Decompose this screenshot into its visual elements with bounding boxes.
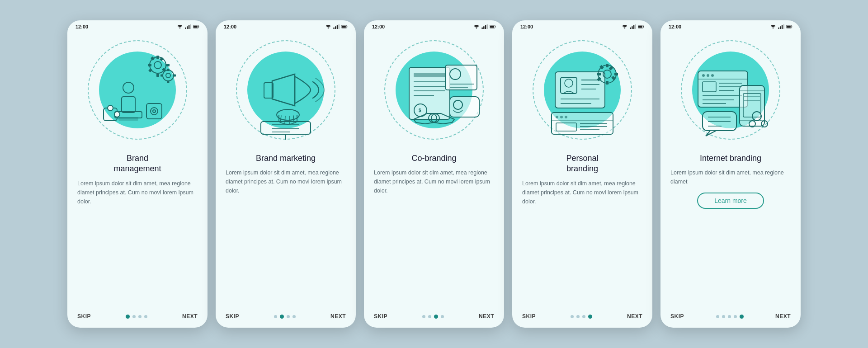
svg-rect-34	[337, 25, 338, 29]
signal-icon-3	[481, 24, 488, 29]
svg-rect-104	[787, 26, 791, 28]
illustration-area-5	[660, 31, 801, 149]
internet-branding-illustration	[681, 40, 780, 140]
illustration-area-3: $	[364, 31, 504, 149]
dot-2-0	[274, 315, 277, 318]
phones-container: 12:00	[67, 20, 801, 328]
skip-btn-4[interactable]: SKIP	[522, 313, 536, 320]
svg-rect-47	[485, 25, 486, 29]
screen-title-3: Co-branding	[374, 153, 494, 164]
svg-rect-67	[632, 26, 633, 29]
dot-5-1	[722, 315, 725, 318]
dot-1-1	[132, 315, 136, 318]
svg-rect-1	[187, 26, 188, 29]
svg-rect-32	[333, 28, 335, 29]
wifi-icon-5	[770, 24, 776, 29]
svg-rect-100	[780, 26, 781, 29]
status-icons-1	[177, 24, 199, 29]
svg-rect-45	[481, 28, 483, 29]
svg-rect-35	[339, 24, 340, 29]
status-icons-2	[325, 24, 348, 29]
screen-body-1: Lorem ipsum dolor sit dim amet, mea regi…	[77, 179, 198, 206]
dot-2-1	[280, 315, 284, 319]
wifi-icon-4	[622, 24, 628, 29]
skip-btn-2[interactable]: SKIP	[226, 313, 239, 320]
dot-5-3	[734, 315, 737, 318]
signal-icon-1	[185, 24, 191, 29]
skip-btn-3[interactable]: SKIP	[374, 313, 387, 320]
brand-marketing-illustration	[236, 40, 335, 140]
battery-icon-4	[638, 24, 644, 29]
svg-rect-99	[778, 28, 779, 29]
phone-brand-marketing: 12:00	[216, 20, 356, 328]
svg-rect-8	[156, 56, 159, 59]
status-icons-3	[473, 24, 496, 29]
svg-point-91	[556, 116, 558, 118]
screen-title-1: Brand management	[77, 153, 198, 174]
next-btn-4[interactable]: NEXT	[627, 313, 642, 320]
svg-point-7	[154, 61, 161, 69]
dot-3-1	[428, 315, 431, 318]
svg-rect-0	[185, 28, 186, 29]
svg-rect-40	[261, 122, 311, 134]
dot-4-2	[582, 315, 585, 318]
svg-rect-20	[160, 75, 163, 77]
time-3: 12:00	[372, 24, 385, 29]
status-bar-2: 12:00	[216, 20, 356, 31]
content-area-5: Internet branding Lorem ipsum dolor sit …	[660, 149, 801, 309]
wifi-icon-2	[325, 24, 331, 29]
status-bar-4: 12:00	[512, 20, 652, 31]
skip-btn-5[interactable]: SKIP	[670, 313, 684, 320]
svg-rect-84	[597, 73, 601, 75]
svg-rect-29	[146, 103, 162, 119]
bottom-nav-4: SKIP NEXT	[512, 309, 652, 328]
svg-rect-10	[148, 64, 151, 66]
svg-rect-68	[633, 25, 635, 29]
learn-more-button[interactable]: Learn more	[697, 193, 764, 209]
next-btn-3[interactable]: NEXT	[479, 313, 494, 320]
phone-personal-branding: 12:00	[512, 20, 652, 328]
content-area-3: Co-branding Lorem ipsum dolor sit dim am…	[364, 149, 504, 309]
svg-point-27	[108, 105, 113, 111]
screen-body-3: Lorem ipsum dolor sit dim amet, mea regi…	[374, 168, 494, 195]
co-branding-illustration: $	[384, 40, 484, 140]
personal-branding-illustration	[533, 40, 632, 140]
dots-3	[422, 315, 444, 319]
battery-icon-3	[490, 24, 496, 29]
svg-point-22	[123, 82, 134, 93]
dot-5-4	[740, 315, 744, 319]
next-btn-1[interactable]: NEXT	[182, 313, 198, 320]
svg-rect-21	[174, 75, 176, 77]
dot-4-0	[571, 315, 574, 318]
svg-point-30	[151, 108, 158, 115]
screen-title-5: Internet branding	[670, 153, 791, 164]
svg-rect-9	[156, 74, 159, 77]
brand-management-illustration	[88, 40, 187, 140]
dot-1-0	[126, 315, 130, 319]
dot-4-1	[576, 315, 580, 318]
bottom-nav-5: SKIP NEXT	[660, 309, 801, 328]
svg-point-28	[114, 112, 120, 117]
dot-3-2	[434, 315, 438, 319]
svg-rect-85	[614, 73, 618, 75]
signal-icon-4	[630, 24, 636, 29]
svg-rect-102	[783, 24, 784, 29]
svg-rect-37	[342, 26, 346, 28]
screen-body-2: Lorem ipsum dolor sit dim amet, mea regi…	[226, 168, 346, 195]
dots-4	[571, 315, 592, 319]
next-btn-2[interactable]: NEXT	[330, 313, 346, 320]
dot-3-0	[422, 315, 425, 318]
svg-point-108	[711, 74, 714, 77]
svg-rect-69	[635, 24, 636, 29]
bottom-nav-2: SKIP NEXT	[216, 309, 356, 328]
skip-btn-1[interactable]: SKIP	[77, 313, 91, 320]
dot-3-3	[441, 315, 444, 318]
svg-rect-5	[193, 26, 198, 28]
next-btn-5[interactable]: NEXT	[775, 313, 791, 320]
dot-2-2	[287, 315, 290, 318]
phone-internet-branding: 12:00	[660, 20, 801, 328]
svg-rect-123	[703, 112, 736, 131]
svg-rect-25	[118, 117, 138, 121]
svg-point-106	[702, 74, 705, 77]
time-4: 12:00	[520, 24, 533, 29]
